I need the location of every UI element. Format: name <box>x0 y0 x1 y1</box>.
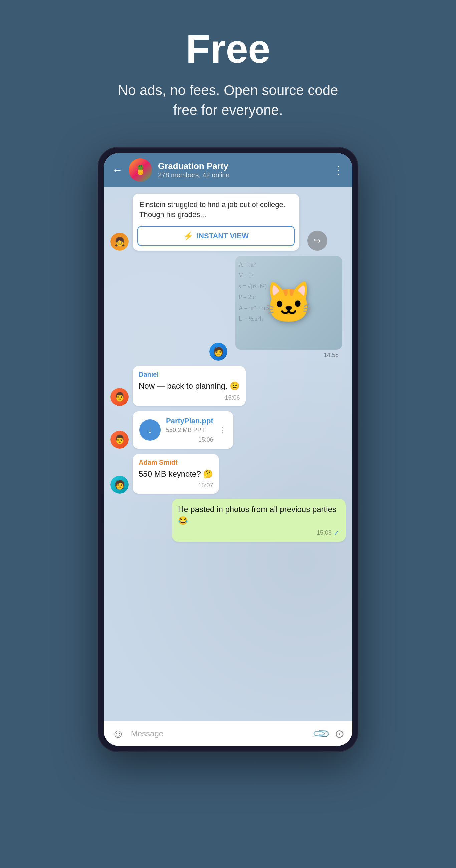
message-meta: 15:06 <box>139 394 240 401</box>
chat-header: ← 🍍 Graduation Party 278 members, 42 onl… <box>104 153 352 187</box>
message-time: 15:07 <box>198 482 213 489</box>
sender-name: Adam Smidt <box>139 459 213 466</box>
hero-subtitle: No ads, no fees. Open source code free f… <box>111 81 345 120</box>
phone-outer: ← 🍍 Graduation Party 278 members, 42 onl… <box>98 147 358 752</box>
attach-button[interactable]: 📎 <box>311 724 331 743</box>
message-meta: 15:08 ✓ <box>178 529 339 537</box>
avatar: 👨 <box>111 388 128 406</box>
text-bubble: Daniel Now — back to planning. 😉 15:06 <box>132 366 246 406</box>
group-avatar: 🍍 <box>128 158 152 182</box>
message-row: He pasted in photos from all previous pa… <box>111 499 345 541</box>
message-content: He pasted in photos from all previous pa… <box>178 504 339 526</box>
sticker-time: 14:58 <box>235 349 342 361</box>
article-bubble: Einstein struggled to find a job out of … <box>132 194 299 251</box>
hero-section: Free No ads, no fees. Open source code f… <box>98 0 358 140</box>
lightning-icon: ⚡ <box>183 231 193 241</box>
share-button[interactable]: ↪ <box>307 231 328 251</box>
message-time: 15:08 <box>317 529 332 536</box>
instant-view-button[interactable]: ⚡ INSTANT VIEW <box>137 226 295 246</box>
message-content: Now — back to planning. 😉 <box>139 380 240 392</box>
sticker-message-row: 🧑 A = πr² V = l³ s = √(r²+h²) P = 2πr A … <box>111 256 345 361</box>
emoji-button[interactable]: ☺ <box>112 727 124 741</box>
avatar: 👨 <box>111 431 128 449</box>
back-button[interactable]: ← <box>112 164 123 175</box>
message-time: 15:06 <box>225 394 240 401</box>
download-icon: ↓ <box>148 425 152 435</box>
file-size: 550.2 MB PPT <box>166 427 213 434</box>
message-row: 👧 Einstein struggled to find a job out o… <box>111 194 345 251</box>
message-row: 👨 Daniel Now — back to planning. 😉 15:06 <box>111 366 345 406</box>
hero-title: Free <box>111 27 345 71</box>
message-meta: 15:07 <box>139 482 213 489</box>
message-row: 👨 ↓ PartyPlan.ppt 550.2 MB PPT 15:06 <box>111 411 345 449</box>
sticker-background: A = πr² V = l³ s = √(r²+h²) P = 2πr A = … <box>235 256 342 349</box>
avatar: 👧 <box>111 233 128 251</box>
message-content: 550 MB keynote? 🤔 <box>139 468 213 480</box>
group-name: Graduation Party <box>158 161 327 171</box>
phone-screen: ← 🍍 Graduation Party 278 members, 42 onl… <box>104 153 352 746</box>
file-name: PartyPlan.ppt <box>166 416 213 425</box>
message-input[interactable]: Message <box>131 729 307 739</box>
file-info: PartyPlan.ppt 550.2 MB PPT 15:06 <box>166 416 213 443</box>
download-button[interactable]: ↓ <box>139 419 160 441</box>
message-row: 🧑 Adam Smidt 550 MB keynote? 🤔 15:07 <box>111 454 345 494</box>
checkmark-icon: ✓ <box>334 529 339 537</box>
avatar: 🧑 <box>111 476 128 494</box>
message-meta: 15:06 <box>166 436 213 443</box>
chat-body: 👧 Einstein struggled to find a job out o… <box>104 187 352 721</box>
text-bubble: Adam Smidt 550 MB keynote? 🤔 15:07 <box>132 454 219 494</box>
group-members: 278 members, 42 online <box>158 171 327 179</box>
avatar: 🧑 <box>209 343 227 361</box>
share-icon: ↪ <box>314 236 321 246</box>
sticker-container: A = πr² V = l³ s = √(r²+h²) P = 2πr A = … <box>235 256 342 361</box>
file-bubble: ↓ PartyPlan.ppt 550.2 MB PPT 15:06 ⋮ <box>132 411 233 449</box>
message-time: 15:06 <box>198 436 213 443</box>
more-button[interactable]: ⋮ <box>333 163 344 177</box>
cat-sticker: 🐱 <box>264 279 314 327</box>
file-more-button[interactable]: ⋮ <box>219 425 227 435</box>
article-text: Einstein struggled to find a job out of … <box>132 194 299 226</box>
instant-view-label: INSTANT VIEW <box>196 232 249 240</box>
chat-input-bar: ☺ Message 📎 ⊙ <box>104 721 352 746</box>
outgoing-bubble: He pasted in photos from all previous pa… <box>172 499 345 541</box>
group-info: Graduation Party 278 members, 42 online <box>158 161 327 179</box>
sender-name: Daniel <box>139 371 240 378</box>
phone-mockup: ← 🍍 Graduation Party 278 members, 42 onl… <box>98 147 358 752</box>
camera-button[interactable]: ⊙ <box>335 727 344 741</box>
